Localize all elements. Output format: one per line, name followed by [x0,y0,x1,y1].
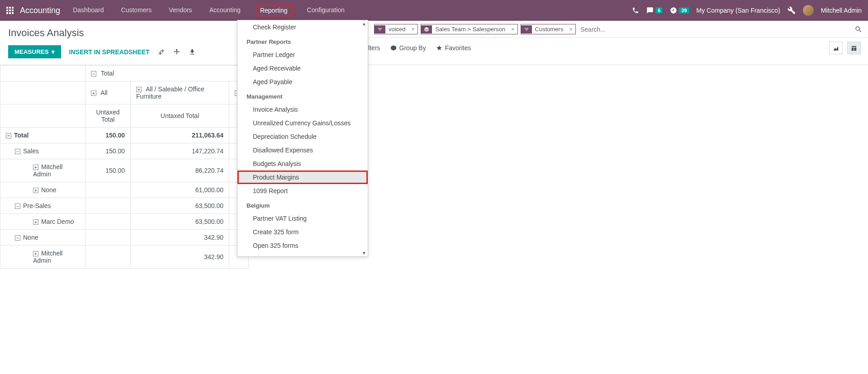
user-avatar[interactable] [803,5,814,16]
dropdown-item[interactable]: Product Margins [237,170,368,184]
filter-icon [521,25,532,33]
table-row: −None342.90 [0,230,249,246]
dropdown-item[interactable]: Open 325 forms [237,239,368,252]
cell-value: 150.00 [85,159,131,182]
collapse-icon[interactable]: − [15,235,20,241]
cell-value [85,198,131,214]
table-row: −Sales150.00147,220.74 [0,143,249,159]
row-header[interactable]: +Mitchell Admin [0,246,85,269]
dropdown-section-header: Belgium [237,198,368,212]
dropdown-item[interactable]: 1099 Report [237,184,368,198]
groupby-button[interactable]: Group By [390,44,426,52]
row-header[interactable]: −None [0,230,85,246]
filters-button[interactable]: ilters [367,44,380,52]
menu-customers[interactable]: Customers [119,5,155,16]
cell-value: 86,220.74 [131,159,229,182]
expand-icon[interactable]: + [33,165,38,170]
pivot-table: − Total + All + All / Saleable / Office … [0,65,249,269]
dropdown-item[interactable]: Partner Ledger [237,48,368,62]
cell-value [85,246,131,269]
insert-spreadsheet-button[interactable]: INSERT IN SPREADSHEET [69,48,150,56]
dropdown-item[interactable]: Create 325 form [237,225,368,239]
table-row: +Mitchell Admin150.0086,220.74 [0,159,249,182]
dropdown-item[interactable]: Disallowed Expenses [237,143,368,157]
menu-vendors[interactable]: Vendors [166,5,194,16]
menu-accounting[interactable]: Accounting [207,5,243,16]
phone-icon[interactable] [632,7,639,14]
cell-value [85,214,131,230]
row-header[interactable]: −Sales [0,143,85,159]
cell-value [85,230,131,246]
row-header[interactable]: +Mitchell Admin [0,159,85,182]
dropdown-item[interactable]: Aged Receivable [237,62,368,75]
collapse-icon[interactable]: − [91,71,96,76]
dropdown-item[interactable]: Aged Payable [237,75,368,89]
app-brand[interactable]: Accounting [20,6,60,15]
expand-icon[interactable]: + [136,87,142,92]
activities-icon[interactable]: 39 [670,7,689,14]
search-chip[interactable]: Customers× [521,24,576,34]
row-header[interactable]: +None [0,182,85,198]
layers-icon [421,25,432,33]
filter-bar: ilters Group By Favorites [360,38,868,58]
dropdown-item[interactable]: Check Register [237,20,368,34]
graph-view-icon[interactable] [829,42,843,54]
pivot-view-icon[interactable] [847,42,861,54]
apps-grid-icon[interactable] [6,7,14,14]
messages-icon[interactable]: 6 [646,7,663,14]
chip-text: Customers [532,24,567,34]
dropdown-item[interactable]: Profit and Loss test [237,252,368,257]
search-chip[interactable]: voiced× [374,24,418,34]
expand-icon[interactable]: + [33,188,38,193]
table-row: +None61,000.00 [0,182,249,198]
filter-icon [375,25,385,33]
expand-icon[interactable]: + [33,219,38,225]
scroll-up-arrow[interactable]: ▲ [362,21,366,26]
collapse-icon[interactable]: − [6,133,11,138]
menu-reporting[interactable]: Reporting [255,5,293,16]
favorites-button[interactable]: Favorites [436,44,471,52]
col-header[interactable]: All [100,89,108,96]
main-menu: DashboardCustomersVendorsAccountingRepor… [70,5,347,16]
menu-configuration[interactable]: Configuration [304,5,347,16]
caret-down-icon: ▾ [52,48,55,55]
messages-badge: 6 [655,7,663,14]
dropdown-item[interactable]: Budgets Analysis [237,157,368,170]
collapse-icon[interactable]: − [15,204,20,209]
chip-text: Sales Team > Salesperson [432,24,508,34]
cell-value: 63,500.00 [131,214,229,230]
col-header-total[interactable]: Total [101,70,114,77]
dropdown-item[interactable]: Invoice Analysis [237,103,368,116]
col-header[interactable]: All / Saleable / Office Furniture [136,85,204,100]
search-icon[interactable] [854,25,863,33]
flip-axis-icon[interactable] [158,48,165,56]
chip-remove[interactable]: × [409,26,418,33]
chip-text: voiced [385,24,409,34]
expand-icon[interactable]: + [91,90,96,96]
cell-value: 61,000.00 [131,182,229,198]
search-chip[interactable]: Sales Team > Salesperson× [421,24,517,34]
dropdown-item[interactable]: Depreciation Schedule [237,130,368,143]
menu-dashboard[interactable]: Dashboard [70,5,107,16]
table-row: +Mitchell Admin342.90 [0,246,249,269]
sub-header: Untaxed Total [131,104,229,128]
table-row: −Total150.00211,063.64 [0,128,249,143]
row-header[interactable]: +Marc Demo [0,214,85,230]
measures-button[interactable]: MEASURES ▾ [8,45,61,58]
search-input[interactable] [579,24,852,35]
collapse-icon[interactable]: − [15,149,20,154]
dropdown-item[interactable]: Unrealized Currency Gains/Losses [237,116,368,130]
chip-remove[interactable]: × [566,26,575,33]
dropdown-item[interactable]: Partner VAT Listing [237,212,368,225]
user-name[interactable]: Mitchell Admin [821,7,862,14]
cell-value: 147,220.74 [131,143,229,159]
expand-all-icon[interactable] [173,48,180,56]
row-header[interactable]: −Total [0,128,85,143]
expand-icon[interactable]: + [33,251,38,256]
debug-icon[interactable] [787,6,796,14]
company-switcher[interactable]: My Company (San Francisco) [697,7,780,14]
chip-remove[interactable]: × [508,26,517,33]
download-icon[interactable] [189,48,196,56]
sub-header: Untaxed Total [85,104,131,128]
row-header[interactable]: −Pre-Sales [0,198,85,214]
